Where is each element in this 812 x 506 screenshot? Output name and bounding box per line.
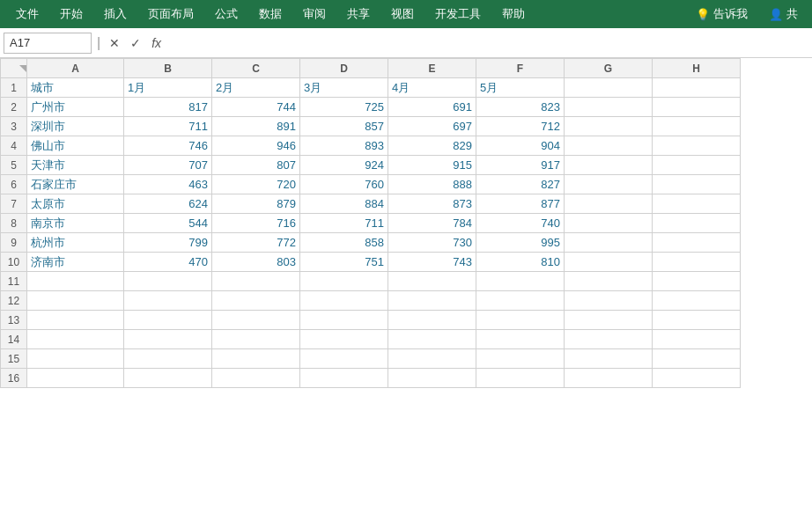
cell-A11[interactable] [27,272,124,291]
cell-H5[interactable] [653,156,741,175]
share-button[interactable]: 👤 共 [762,3,805,26]
menu-developer[interactable]: 开发工具 [426,3,490,26]
cell-D10[interactable]: 751 [300,253,388,272]
col-header-g[interactable]: G [565,59,653,78]
cell-H10[interactable] [653,253,741,272]
cell-C13[interactable] [212,311,300,330]
cell-F5[interactable]: 917 [476,156,565,175]
cell-F15[interactable] [476,349,565,369]
cell-F9[interactable]: 995 [476,233,565,253]
cell-D6[interactable]: 760 [300,175,388,194]
row-header-5[interactable]: 5 [1,156,27,175]
cell-A2[interactable]: 广州市 [27,98,124,117]
cell-H11[interactable] [653,272,741,291]
cell-H8[interactable] [653,214,741,233]
cell-C12[interactable] [212,291,300,311]
cell-H6[interactable] [653,175,741,194]
cell-E12[interactable] [388,291,476,311]
row-header-10[interactable]: 10 [1,253,27,272]
cell-B1[interactable]: 1月 [124,78,212,98]
cell-C9[interactable]: 772 [212,233,300,253]
cell-H15[interactable] [653,349,741,369]
cell-H1[interactable] [653,78,741,98]
cell-F10[interactable]: 810 [476,253,565,272]
menu-formula[interactable]: 公式 [206,3,247,26]
cell-B6[interactable]: 463 [124,175,212,194]
cell-C16[interactable] [212,369,300,388]
cell-C10[interactable]: 803 [212,253,300,272]
row-header-1[interactable]: 1 [1,78,27,98]
cell-E9[interactable]: 730 [388,233,476,253]
cell-B12[interactable] [124,291,212,311]
cell-C8[interactable]: 716 [212,214,300,233]
cell-B3[interactable]: 711 [124,117,212,136]
cell-G1[interactable] [565,78,653,98]
col-header-h[interactable]: H [653,59,741,78]
cell-F2[interactable]: 823 [476,98,565,117]
cell-E4[interactable]: 829 [388,136,476,156]
row-header-8[interactable]: 8 [1,214,27,233]
menu-review[interactable]: 审阅 [294,3,335,26]
formula-input[interactable] [168,33,808,54]
cell-D7[interactable]: 884 [300,194,388,214]
row-header-14[interactable]: 14 [1,330,27,349]
cell-G7[interactable] [565,194,653,214]
cell-G11[interactable] [565,272,653,291]
cell-B8[interactable]: 544 [124,214,212,233]
cell-D12[interactable] [300,291,388,311]
cell-A4[interactable]: 佛山市 [27,136,124,156]
cell-F14[interactable] [476,330,565,349]
row-header-16[interactable]: 16 [1,369,27,388]
row-header-15[interactable]: 15 [1,349,27,369]
cell-A6[interactable]: 石家庄市 [27,175,124,194]
cell-H3[interactable] [653,117,741,136]
cell-F11[interactable] [476,272,565,291]
cell-D5[interactable]: 924 [300,156,388,175]
cell-H12[interactable] [653,291,741,311]
cell-C5[interactable]: 807 [212,156,300,175]
cell-H7[interactable] [653,194,741,214]
cell-G8[interactable] [565,214,653,233]
cell-E7[interactable]: 873 [388,194,476,214]
col-header-b[interactable]: B [124,59,212,78]
cell-G12[interactable] [565,291,653,311]
cell-D14[interactable] [300,330,388,349]
cell-C7[interactable]: 879 [212,194,300,214]
cell-C4[interactable]: 946 [212,136,300,156]
col-header-d[interactable]: D [300,59,388,78]
cell-C1[interactable]: 2月 [212,78,300,98]
cell-G3[interactable] [565,117,653,136]
cell-F12[interactable] [476,291,565,311]
cell-A9[interactable]: 杭州市 [27,233,124,253]
cell-C3[interactable]: 891 [212,117,300,136]
cell-D8[interactable]: 711 [300,214,388,233]
cell-B16[interactable] [124,369,212,388]
cell-B4[interactable]: 746 [124,136,212,156]
cell-C2[interactable]: 744 [212,98,300,117]
cell-H4[interactable] [653,136,741,156]
menu-help[interactable]: 帮助 [493,3,534,26]
cell-E11[interactable] [388,272,476,291]
cell-B11[interactable] [124,272,212,291]
cell-G15[interactable] [565,349,653,369]
cell-G4[interactable] [565,136,653,156]
cell-A13[interactable] [27,311,124,330]
cell-E5[interactable]: 915 [388,156,476,175]
cell-D1[interactable]: 3月 [300,78,388,98]
cell-D3[interactable]: 857 [300,117,388,136]
menu-share[interactable]: 共享 [338,3,379,26]
cell-H13[interactable] [653,311,741,330]
cell-H2[interactable] [653,98,741,117]
cell-G16[interactable] [565,369,653,388]
col-header-f[interactable]: F [476,59,565,78]
menu-page-layout[interactable]: 页面布局 [139,3,203,26]
cell-F8[interactable]: 740 [476,214,565,233]
cell-G9[interactable] [565,233,653,253]
cell-D11[interactable] [300,272,388,291]
cell-B10[interactable]: 470 [124,253,212,272]
cell-G6[interactable] [565,175,653,194]
cell-H9[interactable] [653,233,741,253]
cell-D16[interactable] [300,369,388,388]
cell-B2[interactable]: 817 [124,98,212,117]
cell-F7[interactable]: 877 [476,194,565,214]
